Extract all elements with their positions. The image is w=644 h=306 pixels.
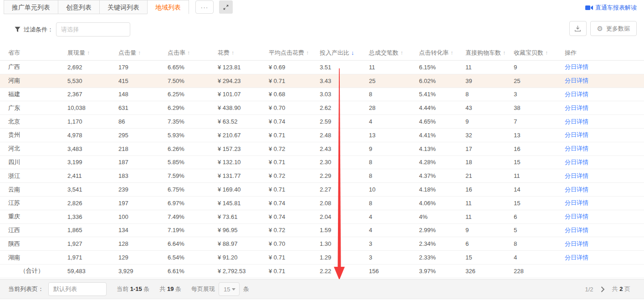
sort-asc-icon[interactable]: ↑: [545, 50, 548, 56]
sort-asc-icon[interactable]: ↑: [306, 50, 309, 56]
daily-detail-link[interactable]: 分日详情: [565, 104, 588, 111]
value-cell: 6: [514, 213, 565, 220]
province-cell: 广西: [8, 63, 67, 71]
column-header-2[interactable]: 点击量↑: [118, 49, 168, 57]
filter-select-input[interactable]: [56, 22, 130, 36]
sort-asc-icon[interactable]: ↑: [400, 50, 403, 56]
action-cell: 分日详情: [565, 213, 644, 221]
column-header-6[interactable]: 投入产出比↓: [320, 49, 369, 57]
value-cell: ¥ 63.52: [218, 118, 269, 125]
tab-2[interactable]: 关键词列表: [99, 0, 147, 14]
value-cell: ¥ 0.71: [269, 132, 320, 139]
value-cell: 15: [465, 254, 514, 261]
table-row: 北京1,170867.35%¥ 63.52¥ 0.742.5944.65%97分…: [0, 115, 644, 129]
sort-desc-icon[interactable]: ↓: [351, 49, 354, 56]
action-cell: 分日详情: [565, 104, 644, 112]
column-header-3[interactable]: 点击率↑: [168, 49, 218, 57]
column-header-7[interactable]: 总成交笔数↑: [369, 49, 419, 57]
value-cell: ¥ 0.72: [269, 145, 320, 152]
value-cell: 8: [369, 91, 419, 98]
value-cell: 14: [514, 186, 565, 193]
province-cell: 云南: [8, 186, 67, 194]
report-guide-link[interactable]: 直通车报表解读: [585, 4, 637, 12]
value-cell: 2.62: [320, 104, 369, 111]
value-cell: 129: [118, 254, 168, 261]
daily-detail-link[interactable]: 分日详情: [565, 172, 588, 179]
value-cell: ¥ 0.72: [269, 227, 320, 233]
province-cell: （合计）: [8, 267, 67, 275]
daily-detail-link[interactable]: 分日详情: [565, 227, 588, 233]
column-header-0: 省市: [8, 49, 67, 57]
value-cell: 6.54%: [168, 254, 218, 261]
value-cell: 9: [465, 227, 514, 233]
value-cell: 3: [369, 254, 419, 261]
sort-asc-icon[interactable]: ↑: [138, 50, 141, 56]
table-row: 广东10,0386316.29%¥ 438.90¥ 0.702.62284.44…: [0, 101, 644, 115]
daily-detail-link[interactable]: 分日详情: [565, 199, 588, 206]
tab-1[interactable]: 创意列表: [58, 0, 99, 14]
daily-detail-link[interactable]: 分日详情: [565, 240, 588, 247]
column-header-1[interactable]: 展现量↑: [67, 49, 118, 57]
action-cell: 分日详情: [565, 240, 644, 248]
daily-detail-link[interactable]: 分日详情: [565, 254, 588, 261]
value-cell: ¥ 0.71: [269, 268, 320, 275]
sort-asc-icon[interactable]: ↑: [231, 50, 234, 56]
download-button[interactable]: [569, 21, 587, 36]
value-cell: ¥ 169.40: [218, 186, 269, 193]
value-cell: 2.59: [320, 118, 369, 125]
table-row: 江西1,8651347.19%¥ 96.95¥ 0.721.5942.99%95…: [0, 224, 644, 238]
daily-detail-link[interactable]: 分日详情: [565, 77, 588, 84]
column-header-8[interactable]: 点击转化率↑: [419, 49, 465, 57]
value-cell: 6.97%: [168, 200, 218, 207]
value-cell: 2,826: [67, 200, 118, 207]
value-cell: 148: [118, 91, 168, 98]
next-page-button[interactable]: [601, 286, 605, 292]
daily-detail-link[interactable]: 分日详情: [565, 186, 588, 193]
fullscreen-button[interactable]: [219, 0, 233, 14]
sort-asc-icon[interactable]: ↑: [87, 50, 90, 56]
daily-detail-link[interactable]: 分日详情: [565, 145, 588, 152]
daily-detail-link[interactable]: 分日详情: [565, 213, 588, 220]
column-label: 操作: [565, 49, 577, 56]
daily-detail-link[interactable]: 分日详情: [565, 91, 588, 98]
chevron-down-icon: [232, 288, 235, 290]
page-size-select[interactable]: 15: [219, 282, 240, 296]
sort-asc-icon[interactable]: ↑: [187, 50, 190, 56]
value-cell: 8: [465, 91, 514, 98]
list-select[interactable]: 默认列表: [48, 282, 107, 296]
value-cell: 415: [118, 78, 168, 84]
value-cell: 1,865: [67, 227, 118, 233]
daily-detail-link[interactable]: 分日详情: [565, 118, 588, 125]
action-cell: 分日详情: [565, 118, 644, 126]
download-icon: [574, 25, 581, 32]
value-cell: 6: [465, 240, 514, 247]
column-header-9[interactable]: 直接购物车数↑: [465, 49, 514, 57]
value-cell: 2.34%: [419, 240, 465, 247]
sort-asc-icon[interactable]: ↑: [503, 50, 506, 56]
value-cell: ¥ 0.74: [269, 213, 320, 220]
daily-detail-link[interactable]: 分日详情: [565, 159, 588, 166]
column-header-11: 操作: [565, 49, 644, 57]
value-cell: 3,483: [67, 145, 118, 152]
daily-detail-link[interactable]: 分日详情: [565, 63, 588, 70]
column-header-5[interactable]: 平均点击花费↑: [269, 49, 320, 57]
tabs-more-button[interactable]: ···: [195, 0, 214, 14]
sort-asc-icon[interactable]: ↑: [450, 50, 453, 56]
value-cell: ¥ 0.71: [269, 78, 320, 84]
value-cell: 7.19%: [168, 227, 218, 233]
value-cell: 5.93%: [168, 132, 218, 139]
column-header-10[interactable]: 收藏宝贝数↑: [514, 49, 565, 57]
value-cell: 10: [369, 186, 419, 193]
tab-3[interactable]: 地域列表: [147, 0, 189, 14]
column-header-4[interactable]: 花费↑: [218, 49, 269, 57]
action-cell: 分日详情: [565, 186, 644, 194]
tab-0[interactable]: 推广单元列表: [4, 0, 58, 14]
table-row: 浙江2,4111837.59%¥ 131.77¥ 0.722.2984.37%2…: [0, 169, 644, 183]
page-indicator: 1/2: [585, 286, 593, 293]
value-cell: 4: [369, 227, 419, 233]
value-cell: 3.51: [320, 64, 369, 71]
value-cell: 38: [514, 104, 565, 111]
province-cell: 广东: [8, 104, 67, 112]
more-data-button[interactable]: ⚙ 更多数据: [590, 21, 637, 36]
daily-detail-link[interactable]: 分日详情: [565, 131, 588, 138]
